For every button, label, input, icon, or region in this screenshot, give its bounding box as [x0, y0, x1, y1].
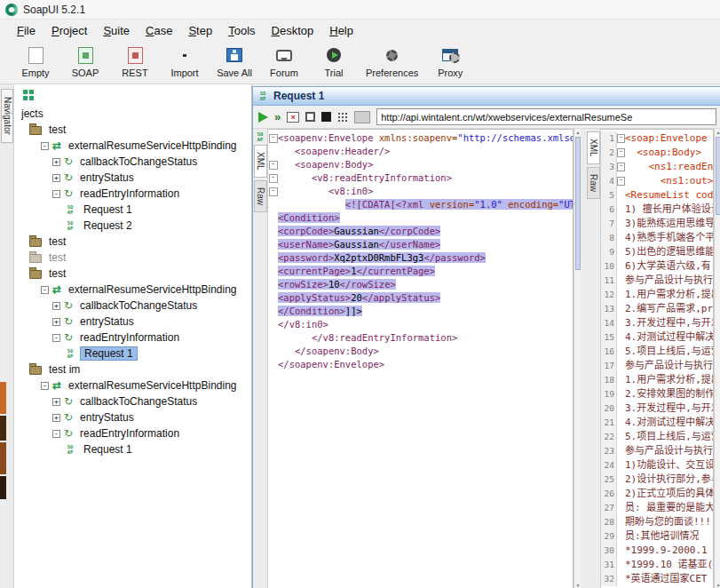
tree-item[interactable]: -↻readEntryInformation [14, 186, 251, 202]
request-xml-line[interactable]: <rowSize>10</rowSize> [268, 278, 573, 291]
clone-request-button[interactable] [337, 112, 348, 123]
request-xml-line[interactable]: <Condition> [268, 211, 573, 225]
tree-item[interactable]: SOAPRequest 1 [14, 202, 251, 218]
fold-toggle-icon[interactable] [268, 185, 278, 196]
tree-item[interactable]: test [14, 250, 251, 266]
request-editor[interactable]: <soapenv:Envelope xmlns:soapenv="http://… [268, 129, 574, 588]
tab-request-xml[interactable]: XML [254, 145, 267, 178]
request-xml-line[interactable]: <password>Xq2ptxD0RmbFL3g3</password> [268, 251, 573, 265]
menu-file[interactable]: File [9, 21, 44, 40]
menu-desktop[interactable]: Desktop [264, 21, 322, 40]
tree-item[interactable]: +↻callbackToChangeStatus [14, 393, 251, 409]
tree-item[interactable]: +↻callbackToChangeStatus [14, 154, 251, 170]
request-xml-line[interactable]: <v8:in0> [268, 185, 573, 198]
tree-item[interactable]: test [14, 266, 251, 282]
request-xml-line[interactable]: <soapenv:Body> [268, 158, 573, 171]
syntax-token: <soapenv:Body> [295, 159, 374, 170]
fold-toggle-icon[interactable] [617, 160, 625, 171]
tree-item[interactable]: test [14, 122, 251, 138]
menu-project[interactable]: Project [44, 21, 95, 40]
collapse-icon[interactable]: - [41, 382, 49, 390]
request-window-titlebar[interactable]: SOAP Request 1 [253, 87, 720, 106]
request-xml-line[interactable]: </v8:readEntryInformation> [268, 331, 573, 345]
fold-toggle-icon[interactable] [617, 131, 625, 143]
request-xml-line[interactable]: </Condition>]]> [268, 305, 573, 318]
cancel-request-button[interactable]: × [287, 112, 299, 123]
panel-toggle-button[interactable] [354, 111, 370, 123]
toolbar-button-empty[interactable]: Empty [18, 44, 53, 78]
scrollbar-thumb[interactable] [575, 137, 581, 270]
tree-item[interactable]: -↻readEntryInformation [14, 330, 251, 346]
menu-help[interactable]: Help [321, 21, 361, 40]
toolbar-button-trial[interactable]: Trial [316, 44, 352, 78]
navigator-tab[interactable]: Navigator [1, 89, 13, 143]
expand-icon[interactable]: + [52, 158, 60, 166]
add-to-testcase-button[interactable]: » [274, 111, 281, 123]
request-xml-line[interactable]: </soapenv:Envelope> [268, 358, 573, 371]
expand-icon[interactable]: + [52, 398, 60, 406]
request-xml-line[interactable]: <v8:readEntryInformation> [268, 171, 573, 185]
toolbar-button-soap[interactable]: SOAP [67, 44, 103, 78]
fold-toggle-icon[interactable] [268, 131, 278, 143]
fold-toggle-icon[interactable] [617, 174, 625, 186]
request-xml-line[interactable]: <userName>Gaussian</userName> [268, 238, 573, 251]
collapse-icon[interactable]: - [41, 286, 49, 294]
toolbar-button-saveall[interactable]: Save All [217, 44, 252, 78]
fold-toggle-icon[interactable] [268, 171, 278, 183]
tab-request-raw[interactable]: Raw [254, 180, 267, 212]
endpoint-input[interactable] [376, 108, 716, 125]
tree-item[interactable]: test im [14, 362, 251, 377]
request-xml-line[interactable]: <![CDATA[<?xml version="1.0" encoding="U… [268, 198, 573, 211]
menu-suite[interactable]: Suite [95, 21, 138, 40]
request-xml-line[interactable]: </soapenv:Body> [268, 345, 573, 358]
request-xml-line[interactable]: <soapenv:Header/> [268, 145, 573, 158]
fold-toggle-icon[interactable] [268, 158, 278, 170]
request-xml-line[interactable]: </v8:in0> [268, 318, 573, 331]
collapse-icon[interactable]: - [52, 430, 60, 438]
operation-icon: ↻ [64, 156, 73, 167]
request-xml-line[interactable]: <corpCode>Gaussian</corpCode> [268, 225, 573, 238]
submit-request-button[interactable] [258, 112, 268, 123]
toolbar-button-rest[interactable]: REST [117, 44, 153, 78]
tree-item[interactable]: -⇄externalResumeServiceHttpBinding [14, 282, 251, 298]
tree-item[interactable]: +↻entryStatus [14, 409, 251, 425]
menu-case[interactable]: Case [138, 21, 180, 40]
toolbar-button-import[interactable]: Import [167, 44, 202, 78]
tree-item[interactable]: SOAPRequest 2 [14, 218, 251, 234]
toolbar-button-proxy[interactable]: Proxy [432, 44, 468, 78]
response-scrollbar[interactable] [714, 129, 720, 588]
expand-icon[interactable]: + [52, 414, 60, 422]
tree-item[interactable]: +↻entryStatus [14, 314, 251, 330]
tree-item[interactable]: +↻callbackToChangeStatus [14, 298, 251, 314]
expand-icon[interactable]: + [52, 318, 60, 326]
tree-item[interactable]: -↻readEntryInformation [14, 425, 251, 441]
navigator-grid-icon[interactable] [23, 90, 28, 94]
collapse-icon[interactable]: - [41, 142, 49, 150]
toolbar-button-forum[interactable]: Forum [266, 44, 302, 78]
toolbar-button-preferences[interactable]: Preferences [366, 44, 418, 78]
tree-item[interactable]: +↻entryStatus [14, 170, 251, 186]
stop-button[interactable] [321, 112, 331, 122]
request-xml-line[interactable]: <soapenv:Envelope xmlns:soapenv="http://… [268, 131, 573, 145]
tree-item[interactable]: -⇄externalResumeServiceHttpBinding [14, 138, 251, 154]
tree-item[interactable]: test [14, 234, 251, 250]
request-scrollbar[interactable] [574, 129, 582, 588]
collapse-icon[interactable]: - [52, 190, 60, 198]
expand-icon[interactable]: + [52, 302, 60, 310]
menu-step[interactable]: Step [180, 21, 220, 40]
collapse-icon[interactable]: - [52, 334, 60, 342]
scrollbar-thumb[interactable] [716, 137, 720, 215]
tab-response-raw[interactable]: Raw [587, 167, 600, 199]
tree-item[interactable]: -⇄externalResumeServiceHttpBinding [14, 377, 251, 393]
request-xml-line[interactable]: <applyStatus>20</applyStatus> [268, 291, 573, 305]
proxy-icon [442, 49, 458, 61]
tree-item[interactable]: SOAPRequest 1 [14, 441, 251, 457]
fold-toggle-icon[interactable] [617, 146, 625, 157]
menu-tools[interactable]: Tools [220, 21, 263, 40]
create-empty-request-button[interactable] [305, 112, 315, 122]
expand-icon[interactable]: + [52, 174, 60, 182]
tree-item[interactable]: jects [14, 106, 251, 122]
request-xml-line[interactable]: <currentPage>1</currentPage> [268, 265, 573, 278]
tree-item[interactable]: SOAPRequest 1 [14, 346, 251, 362]
tab-response-xml[interactable]: XML [587, 131, 600, 164]
